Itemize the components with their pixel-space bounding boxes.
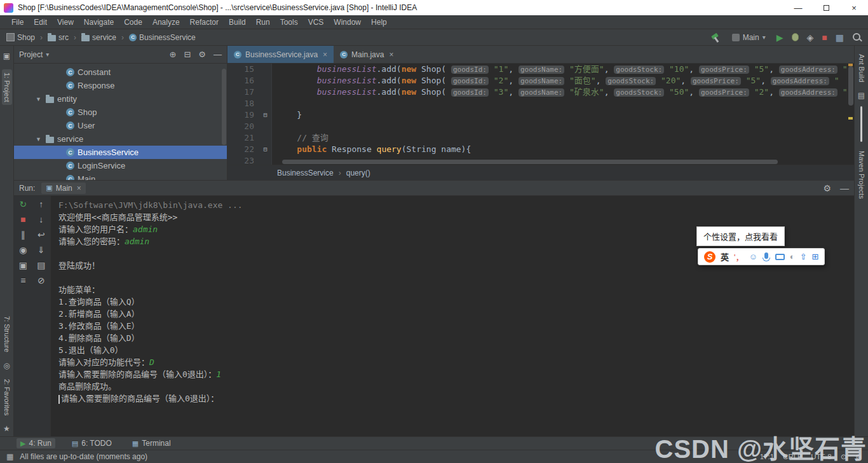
menu-item-code[interactable]: Code xyxy=(119,18,147,27)
tree-item-shop[interactable]: CShop xyxy=(14,106,227,119)
code-text[interactable]: businessList.add(new Shop( goodsId: "3",… xyxy=(272,86,848,98)
debug-button[interactable] xyxy=(792,33,799,41)
minimize-button[interactable]: — xyxy=(784,0,812,15)
stripe-project-button[interactable]: 1: Project xyxy=(2,69,12,105)
stop-button[interactable]: ■ xyxy=(20,215,25,225)
search-everywhere-button[interactable] xyxy=(852,32,862,42)
rerun-button[interactable]: ↻ xyxy=(19,200,27,209)
up-stacktrace-button[interactable]: ↑ xyxy=(39,200,43,209)
tree-item-service[interactable]: ▼service xyxy=(14,132,227,146)
close-icon[interactable]: × xyxy=(77,184,81,193)
down-stacktrace-button[interactable]: ↓ xyxy=(39,215,43,225)
menu-item-refactor[interactable]: Refactor xyxy=(185,18,224,27)
breadcrumb-src[interactable]: src xyxy=(48,33,69,42)
code-text[interactable]: public Response query(String name){ xyxy=(272,144,471,155)
toolwindow-terminal-button[interactable]: ▦Terminal xyxy=(128,438,175,448)
toolwindow-run-button[interactable]: ▶4: Run xyxy=(17,438,55,448)
tree-item-loginservice[interactable]: CLoginService xyxy=(14,159,227,172)
hide-panel-button[interactable]: — xyxy=(214,50,222,60)
breadcrumb-businessservice[interactable]: CBusinessService xyxy=(129,33,196,42)
project-panel-title[interactable]: Project xyxy=(19,50,43,59)
maximize-button[interactable] xyxy=(812,0,840,15)
close-button[interactable]: × xyxy=(840,0,868,15)
toolwindow-todo-button[interactable]: ▤6: TODO xyxy=(68,438,116,448)
menu-item-build[interactable]: Build xyxy=(224,18,251,27)
menu-item-vcs[interactable]: VCS xyxy=(303,18,329,27)
collapse-all-button[interactable]: ⊟ xyxy=(184,50,191,60)
breadcrumb-shop[interactable]: Shop xyxy=(6,33,35,42)
menu-item-window[interactable]: Window xyxy=(329,18,366,27)
code-text[interactable]: // 查询 xyxy=(272,132,329,144)
tab-businessservice.java[interactable]: CBusinessService.java× xyxy=(227,46,334,63)
editor-horizontal-scrollbar[interactable] xyxy=(282,160,778,164)
run-tab-main[interactable]: ▣ Main × xyxy=(41,183,85,194)
menu-item-help[interactable]: Help xyxy=(366,18,392,27)
code-text[interactable] xyxy=(272,98,277,109)
stripe-favorites-button[interactable]: 2: Favorites xyxy=(3,379,11,415)
translate-icon[interactable]: ⇧ xyxy=(800,252,807,261)
menu-item-file[interactable]: File xyxy=(6,18,29,27)
toolbox-icon[interactable]: ⊞ xyxy=(812,252,819,261)
stop-button[interactable]: ■ xyxy=(822,32,827,43)
voice-input-icon[interactable] xyxy=(764,252,768,259)
project-scrollbar[interactable] xyxy=(222,69,226,145)
tree-item-entity[interactable]: ▼entity xyxy=(14,92,227,106)
sogou-logo[interactable]: S xyxy=(704,251,715,263)
chevron-down-icon[interactable]: ▾ xyxy=(46,51,49,58)
virtual-keyboard-icon[interactable] xyxy=(775,254,785,260)
tree-item-businessservice[interactable]: CBusinessService xyxy=(14,146,227,159)
editor-vertical-scrollbar[interactable] xyxy=(848,66,853,106)
skin-icon[interactable]: ◐ xyxy=(790,252,795,261)
menu-item-navigate[interactable]: Navigate xyxy=(79,18,119,27)
menu-item-edit[interactable]: Edit xyxy=(29,18,52,27)
run-settings-button[interactable]: ⚙ xyxy=(823,183,831,193)
tree-item-response[interactable]: CResponse xyxy=(14,79,227,92)
project-toolwindow-icon[interactable]: ▣ xyxy=(3,52,10,60)
fold-marker[interactable]: ⊟ xyxy=(259,144,272,155)
tree-item-constant[interactable]: CConstant xyxy=(14,66,227,79)
scroll-to-end-button[interactable]: ⇓ xyxy=(37,245,45,255)
hide-run-panel-button[interactable]: — xyxy=(840,183,849,193)
database-icon[interactable]: ▤ xyxy=(858,91,865,100)
tree-item-user[interactable]: CUser xyxy=(14,119,227,132)
breadcrumb-service[interactable]: service xyxy=(81,33,116,42)
build-hammer-button[interactable] xyxy=(710,32,721,43)
input-mode-indicator[interactable]: 英 xyxy=(721,251,729,263)
clear-all-button[interactable]: ⊘ xyxy=(37,276,45,286)
settings-menu-button[interactable]: ≡ xyxy=(20,276,25,286)
punctuation-indicator[interactable]: '， xyxy=(734,251,743,263)
toolwindow-quick-access-icon[interactable]: ▦ xyxy=(6,452,13,461)
star-icon[interactable]: ★ xyxy=(3,424,10,433)
project-structure-button[interactable]: ▦ xyxy=(836,32,844,43)
code-text[interactable] xyxy=(272,121,277,132)
menu-item-analyze[interactable]: Analyze xyxy=(147,18,185,27)
breadcrumb-businessservice[interactable]: BusinessService xyxy=(277,169,334,177)
tree-item-main[interactable]: CMain xyxy=(14,172,227,180)
run-button[interactable]: ▶ xyxy=(776,32,783,43)
expand-arrow-icon[interactable]: ▼ xyxy=(34,136,43,142)
editor-body[interactable]: 15 businessList.add(new Shop( goodsId: "… xyxy=(227,64,854,165)
restore-layout-button[interactable]: ▣ xyxy=(19,261,27,270)
code-text[interactable]: businessList.add(new Shop( goodsId: "2",… xyxy=(272,75,839,86)
breadcrumb-query[interactable]: query() xyxy=(346,169,370,177)
code-text[interactable] xyxy=(272,155,277,165)
close-icon[interactable]: × xyxy=(323,50,327,59)
coverage-button[interactable]: ◈ xyxy=(807,32,814,43)
run-config-select[interactable]: Main▾ xyxy=(729,32,768,43)
pin-icon[interactable]: ◎ xyxy=(3,361,10,370)
ime-tooltip[interactable]: 个性设置，点我看看 xyxy=(696,226,785,246)
stripe-ant-build-button[interactable]: Ant Build xyxy=(858,54,865,82)
menu-item-run[interactable]: Run xyxy=(251,18,275,27)
locate-file-button[interactable]: ⊕ xyxy=(170,50,177,60)
pause-output-button[interactable]: ∥ xyxy=(21,230,25,240)
expand-arrow-icon[interactable]: ▼ xyxy=(34,96,43,102)
thread-dump-button[interactable]: ◉ xyxy=(19,245,27,255)
stripe-maven-button[interactable]: Maven Projects xyxy=(858,151,865,199)
close-icon[interactable]: × xyxy=(389,50,393,59)
fold-marker[interactable]: ⊟ xyxy=(259,109,272,121)
soft-wrap-button[interactable]: ↩ xyxy=(37,230,45,240)
menu-item-tools[interactable]: Tools xyxy=(275,18,303,27)
tab-main.java[interactable]: CMain.java× xyxy=(334,46,400,63)
code-text[interactable]: businessList.add(new Shop( goodsId: "1",… xyxy=(272,64,848,75)
code-text[interactable]: } xyxy=(272,109,302,121)
